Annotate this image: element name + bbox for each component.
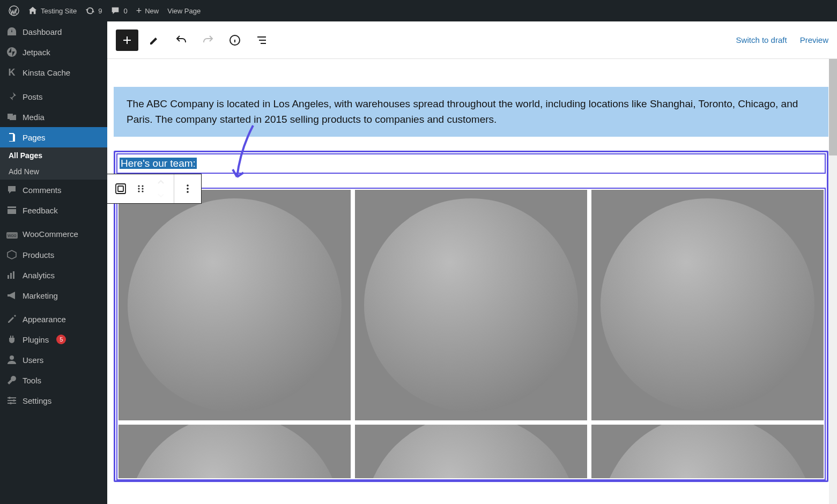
- svg-point-22: [142, 188, 143, 189]
- drag-handle[interactable]: [131, 175, 151, 203]
- admin-bar: Testing Site 9 0 + New View Page: [0, 0, 837, 21]
- team-photo-3: [601, 198, 814, 412]
- team-photo-6: [601, 425, 814, 478]
- wordpress-icon: [9, 5, 19, 16]
- menu-posts[interactable]: Posts: [0, 86, 107, 107]
- add-block-button[interactable]: [116, 29, 138, 51]
- svg-point-1: [7, 47, 17, 57]
- team-photo-2: [364, 198, 577, 412]
- svg-point-8: [10, 355, 14, 360]
- svg-point-21: [142, 185, 143, 187]
- menu-pages[interactable]: Pages: [0, 127, 107, 147]
- menu-analytics[interactable]: Analytics: [0, 265, 107, 285]
- gallery-image-5[interactable]: [355, 425, 587, 478]
- svg-rect-6: [10, 273, 12, 279]
- document-info-button[interactable]: [224, 29, 246, 51]
- gallery-block[interactable]: [116, 188, 826, 480]
- more-options-button[interactable]: [177, 175, 198, 203]
- switch-to-draft-link[interactable]: Switch to draft: [736, 35, 787, 45]
- menu-tools[interactable]: Tools: [0, 370, 107, 390]
- tools-icon: [6, 375, 17, 386]
- site-name-link[interactable]: Testing Site: [24, 0, 81, 21]
- site-name: Testing Site: [41, 7, 77, 15]
- svg-rect-5: [8, 275, 9, 279]
- annotation-arrow: [231, 123, 261, 184]
- svg-point-13: [13, 399, 15, 402]
- paragraph-text: The ABC Company is located in Los Angele…: [127, 98, 798, 125]
- svg-point-20: [138, 190, 139, 192]
- block-toolbar: [107, 174, 202, 204]
- gallery-image-3[interactable]: [591, 190, 824, 420]
- list-view-button[interactable]: [251, 29, 272, 51]
- menu-dashboard[interactable]: Dashboard: [0, 21, 107, 42]
- new-link[interactable]: + New: [132, 0, 164, 21]
- svg-point-23: [142, 190, 143, 192]
- svg-point-26: [187, 191, 189, 193]
- woo-icon: woo: [6, 228, 17, 240]
- team-photo-1: [128, 198, 341, 412]
- heading-text-selected: Here's our team:: [120, 158, 197, 169]
- products-icon: [6, 249, 17, 260]
- svg-point-14: [10, 402, 12, 404]
- heading-block[interactable]: Here's our team:: [116, 153, 826, 174]
- submenu-add-new[interactable]: Add New: [0, 164, 107, 180]
- block-type-button[interactable]: [110, 175, 131, 203]
- new-label: New: [145, 7, 159, 15]
- team-photo-5: [364, 425, 577, 478]
- wp-logo[interactable]: [4, 0, 24, 21]
- menu-marketing[interactable]: Marketing: [0, 285, 107, 306]
- paragraph-block-selected[interactable]: The ABC Company is located in Los Angele…: [114, 87, 828, 137]
- updates-link[interactable]: 9: [81, 0, 106, 21]
- gallery-image-1[interactable]: [118, 190, 351, 420]
- menu-kinsta[interactable]: KKinsta Cache: [0, 62, 107, 83]
- menu-comments[interactable]: Comments: [0, 180, 107, 200]
- plugins-badge: 5: [56, 335, 66, 344]
- updates-count: 9: [98, 7, 102, 15]
- menu-products[interactable]: Products: [0, 244, 107, 265]
- plugins-icon: [6, 334, 17, 345]
- svg-rect-3: [9, 134, 13, 141]
- menu-jetpack[interactable]: Jetpack: [0, 42, 107, 62]
- svg-point-24: [187, 184, 189, 187]
- move-arrows: [151, 176, 171, 202]
- svg-rect-17: [118, 186, 123, 191]
- undo-button[interactable]: [171, 29, 192, 51]
- preview-link[interactable]: Preview: [800, 35, 828, 45]
- svg-point-19: [138, 188, 139, 189]
- editor-header: Switch to draft Preview: [107, 21, 837, 59]
- team-photo-4: [128, 425, 341, 478]
- menu-media[interactable]: Media: [0, 107, 107, 127]
- dashboard-icon: [6, 26, 17, 37]
- kinsta-icon: K: [6, 67, 17, 78]
- block-editor: Switch to draft Preview The ABC Company …: [107, 21, 837, 504]
- menu-settings[interactable]: Settings: [0, 390, 107, 411]
- svg-point-25: [187, 188, 189, 190]
- move-up-button[interactable]: [151, 176, 171, 189]
- menu-plugins[interactable]: Plugins5: [0, 329, 107, 350]
- editor-canvas-wrap[interactable]: The ABC Company is located in Los Angele…: [107, 59, 837, 504]
- analytics-icon: [6, 270, 17, 280]
- gallery-image-2[interactable]: [355, 190, 587, 420]
- group-block-selected[interactable]: Here's our team:: [114, 151, 828, 482]
- move-down-button[interactable]: [151, 189, 171, 202]
- users-icon: [6, 354, 17, 365]
- appearance-icon: [6, 314, 17, 324]
- submenu-all-pages[interactable]: All Pages: [0, 147, 107, 164]
- comments-icon: [6, 184, 17, 195]
- gallery-image-6[interactable]: [591, 425, 824, 478]
- menu-woocommerce[interactable]: wooWooCommerce: [0, 224, 107, 244]
- menu-appearance[interactable]: Appearance: [0, 309, 107, 329]
- editor-canvas[interactable]: The ABC Company is located in Los Angele…: [107, 59, 837, 482]
- edit-mode-button[interactable]: [144, 29, 165, 51]
- comments-link[interactable]: 0: [106, 0, 131, 21]
- gallery-image-4[interactable]: [118, 425, 351, 478]
- feedback-icon: [6, 205, 17, 216]
- media-icon: [6, 112, 17, 122]
- view-page-link[interactable]: View Page: [163, 0, 205, 21]
- comments-count: 0: [123, 7, 127, 15]
- menu-feedback[interactable]: Feedback: [0, 200, 107, 220]
- menu-users[interactable]: Users: [0, 350, 107, 370]
- update-icon: [85, 6, 95, 16]
- pin-icon: [6, 91, 17, 102]
- redo-button[interactable]: [197, 29, 219, 51]
